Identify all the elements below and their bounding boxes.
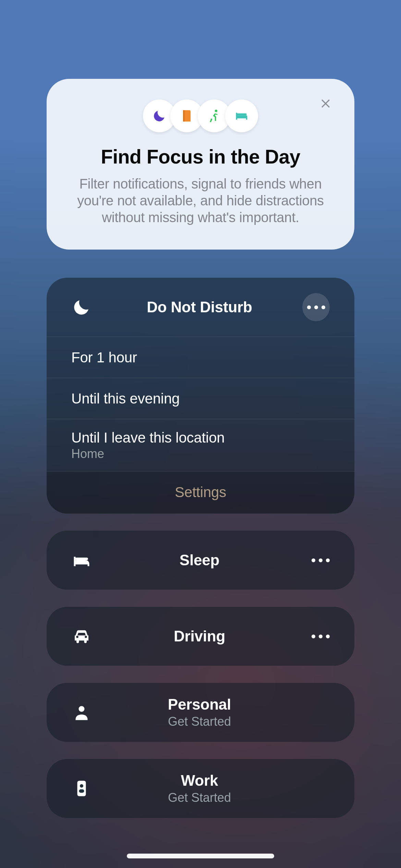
mode-label: Work [181,772,218,789]
dnd-option-evening[interactable]: Until this evening [47,378,354,419]
dnd-header-row[interactable]: Do Not Disturb [47,278,354,337]
dnd-more-button[interactable] [302,293,330,321]
dnd-settings-button[interactable]: Settings [47,471,354,514]
sleep-more-button[interactable] [302,558,330,562]
svg-rect-9 [79,789,84,793]
driving-more-button[interactable] [302,635,330,638]
focus-card-driving[interactable]: Driving [47,607,354,666]
bed-icon [225,99,258,132]
svg-rect-2 [183,110,185,122]
focus-card-personal[interactable]: Personal Get Started [47,683,354,742]
option-label: For 1 hour [71,349,330,366]
promo-icon-row [74,99,327,132]
mode-label: Sleep [180,552,219,569]
promo-body: Filter notifications, signal to friends … [74,176,327,226]
option-label: Until I leave this location [71,430,330,446]
car-icon [71,626,97,647]
badge-icon [71,778,97,799]
mode-sublabel: Get Started [168,791,231,805]
dnd-option-location[interactable]: Until I leave this location Home [47,419,354,471]
settings-label: Settings [175,484,226,500]
close-button[interactable] [317,95,334,112]
option-label: Until this evening [71,390,330,407]
option-sublabel: Home [71,447,330,461]
mode-label: Personal [168,696,231,713]
svg-rect-5 [75,558,88,560]
svg-point-8 [80,784,83,788]
svg-point-3 [215,110,217,112]
dnd-title: Do Not Disturb [147,299,252,316]
focus-card-dnd: Do Not Disturb For 1 hour Until this eve… [47,278,354,514]
bed-icon [71,550,97,570]
mode-label: Driving [174,628,225,645]
promo-title: Find Focus in the Day [74,145,327,168]
svg-rect-7 [77,781,86,796]
focus-card-sleep[interactable]: Sleep [47,531,354,590]
home-indicator[interactable] [127,854,274,858]
dnd-option-1hour[interactable]: For 1 hour [47,337,354,378]
svg-point-6 [79,706,85,712]
focus-card-work[interactable]: Work Get Started [47,759,354,818]
svg-rect-4 [236,113,246,116]
mode-sublabel: Get Started [168,714,231,729]
focus-promo-card: Find Focus in the Day Filter notificatio… [47,79,354,250]
moon-icon [71,297,97,317]
person-icon [71,702,97,723]
